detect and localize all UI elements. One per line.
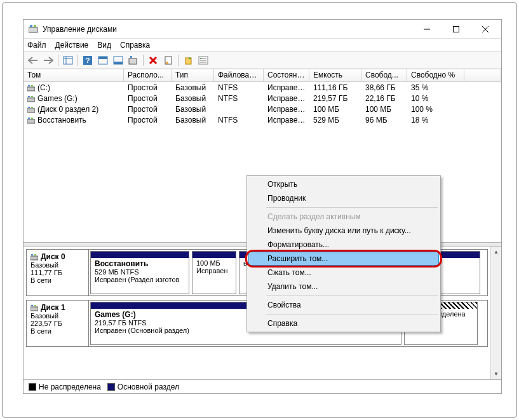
ctx-change-letter[interactable]: Изменить букву диска или путь к диску... [248,224,439,238]
delete-button[interactable] [146,53,160,67]
minimize-button[interactable] [412,20,441,38]
ctx-shrink-volume[interactable]: Сжать том... [248,266,439,280]
svg-rect-35 [28,107,30,108]
ctx-extend-volume[interactable]: Расширить том... [248,252,439,266]
view-top-button[interactable] [96,53,110,67]
ctx-format[interactable]: Форматировать... [248,238,439,252]
svg-rect-43 [30,307,38,311]
svg-rect-41 [31,254,33,255]
context-menu: Открыть Проводник Сделать раздел активны… [246,175,441,332]
back-button[interactable] [26,53,40,67]
svg-point-27 [200,58,201,59]
col-layout[interactable]: Располо... [124,69,172,82]
toolbar: ? [24,51,501,69]
vertical-scrollbar[interactable]: ▲ ▼ [490,247,501,379]
partition[interactable]: 100 МБИсправен [192,251,236,294]
col-fs[interactable]: Файловая с... [214,69,264,82]
svg-rect-17 [130,56,132,58]
scroll-up-icon[interactable]: ▲ [491,247,502,257]
ctx-delete-volume[interactable]: Удалить том... [248,280,439,294]
svg-rect-34 [27,109,35,112]
svg-rect-40 [30,256,38,260]
partition[interactable]: Восстановить529 МБ NTFSИсправен (Раздел … [90,251,189,294]
col-freepct[interactable]: Свободно % [407,69,464,82]
menu-help[interactable]: Справка [120,41,150,50]
svg-rect-4 [454,26,459,32]
svg-rect-32 [28,96,30,97]
disk-icon [27,117,35,123]
disk-icon [30,254,38,260]
svg-rect-7 [64,57,72,64]
svg-rect-13 [98,57,107,59]
window-title: Управление дисками [43,25,412,34]
svg-rect-37 [27,119,35,123]
show-tree-button[interactable] [61,53,75,67]
svg-rect-28 [27,87,35,91]
volume-row[interactable]: ВосстановитьПростойБазовыйNTFSИсправен..… [24,114,501,125]
volume-row[interactable]: (Диск 0 раздел 2)ПростойБазовыйИсправен.… [24,104,501,114]
ctx-make-active: Сделать раздел активным [248,210,439,224]
svg-rect-2 [34,25,36,27]
forward-button[interactable] [41,53,55,67]
disk-info[interactable]: Диск 0Базовый111,77 ГБВ сети [27,250,89,295]
svg-point-21 [166,62,168,64]
volume-row[interactable]: (C:)ПростойБазовыйNTFSИсправен...111,16 … [24,82,501,93]
disk-icon [27,85,35,91]
ctx-explorer[interactable]: Проводник [248,191,439,205]
ctx-extend-label: Расширить том... [267,254,328,263]
svg-rect-42 [34,254,36,255]
help-button[interactable]: ? [81,53,95,67]
screenshot-frame: Управление дисками Файл Действие Вид Спр… [2,2,517,418]
close-button[interactable] [471,20,500,38]
properties-button[interactable] [161,53,175,67]
svg-rect-31 [27,98,35,102]
ctx-open[interactable]: Открыть [248,177,439,191]
svg-rect-16 [129,58,137,64]
titlebar[interactable]: Управление дисками [24,20,501,39]
svg-rect-33 [31,96,33,97]
legend-primary: Основной раздел [107,383,179,391]
svg-rect-44 [31,305,33,306]
svg-rect-38 [28,118,30,119]
svg-rect-39 [31,118,33,119]
col-state[interactable]: Состояние [264,69,309,82]
settings-button[interactable] [126,53,140,67]
ctx-help[interactable]: Справка [248,316,439,330]
disk-icon [27,106,35,112]
svg-rect-45 [34,305,36,306]
app-icon [29,25,39,34]
ctx-properties[interactable]: Свойства [248,298,439,312]
svg-rect-1 [30,25,32,27]
menu-view[interactable]: Вид [97,41,111,50]
menu-action[interactable]: Действие [55,41,89,50]
svg-rect-0 [29,27,37,32]
view-bottom-button[interactable] [111,53,125,67]
col-type[interactable]: Тип [172,69,214,82]
maximize-button[interactable] [441,20,471,38]
svg-rect-30 [31,85,33,86]
col-free[interactable]: Свобод... [361,69,407,82]
list-button[interactable] [196,53,210,67]
svg-rect-29 [28,85,30,86]
volume-list-header: Том Располо... Тип Файловая с... Состоян… [24,69,501,82]
disk-info[interactable]: Диск 1Базовый223,57 ГБВ сети [27,301,89,346]
col-capacity[interactable]: Емкость [309,69,361,82]
svg-rect-36 [31,107,33,108]
svg-text:?: ? [86,57,90,64]
refresh-button[interactable] [181,53,195,67]
volume-row[interactable]: Games (G:)ПростойБазовыйNTFSИсправен...2… [24,93,501,104]
scroll-down-icon[interactable]: ▼ [491,369,502,379]
window-controls [412,20,500,38]
legend-unallocated: Не распределена [29,383,101,391]
col-spacer [464,69,501,82]
menu-file[interactable]: Файл [27,41,46,50]
disk-icon [30,304,38,311]
legend: Не распределена Основной раздел [24,379,501,393]
disk-icon [27,95,35,102]
svg-rect-15 [114,62,123,64]
menubar: Файл Действие Вид Справка [24,39,501,51]
col-volume[interactable]: Том [24,69,124,82]
